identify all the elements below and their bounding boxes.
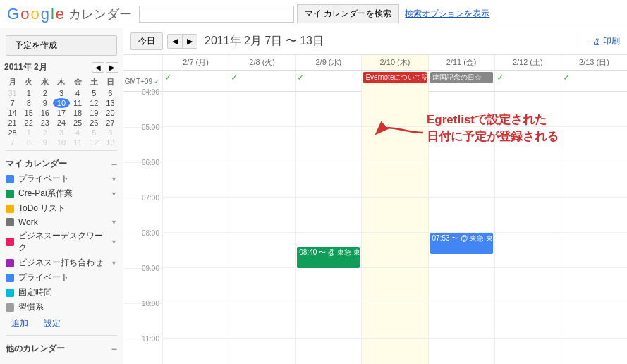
mini-cal-day[interactable]: 12 bbox=[86, 138, 102, 147]
sidebar-divider bbox=[6, 150, 117, 151]
today-button[interactable]: 今日 bbox=[130, 32, 163, 50]
calendar-event[interactable]: 08:40 〜 @ 東急 東横線 bbox=[297, 247, 360, 268]
mini-cal-day[interactable]: 9 bbox=[37, 98, 53, 108]
mini-cal-day[interactable]: 1 bbox=[20, 88, 37, 98]
mini-cal-nav: ◀ ▶ bbox=[92, 62, 118, 73]
mini-cal-day[interactable]: 1 bbox=[20, 128, 37, 138]
calendar-item[interactable]: ビジネスー打ち合わせ▼ bbox=[0, 255, 123, 270]
settings-link[interactable]: 設定 bbox=[38, 316, 66, 331]
mini-cal-day[interactable]: 6 bbox=[102, 88, 118, 98]
print-button[interactable]: 🖨 印刷 bbox=[592, 35, 620, 47]
mini-cal-day[interactable]: 4 bbox=[70, 88, 86, 98]
hour-line bbox=[163, 92, 229, 127]
mini-cal-week-row: 21222324252627 bbox=[4, 118, 118, 128]
search-options-link[interactable]: 検索オプションを表示 bbox=[405, 8, 489, 20]
logo-o2: o bbox=[30, 5, 39, 23]
allday-cell: ✓ bbox=[561, 71, 627, 92]
search-button[interactable]: マイ カレンダーを検索 bbox=[297, 4, 399, 23]
mini-cal-day[interactable]: 2 bbox=[37, 88, 53, 98]
app-name: カレンダー bbox=[68, 6, 132, 23]
search-input[interactable] bbox=[139, 6, 294, 23]
allday-event[interactable]: 建国記念の日☆ bbox=[430, 72, 493, 83]
hour-line bbox=[495, 303, 561, 339]
mini-cal-day[interactable]: 10 bbox=[53, 138, 69, 147]
time-label: 08:00 bbox=[142, 229, 159, 237]
mini-cal-day[interactable]: 11 bbox=[70, 138, 86, 147]
hour-line bbox=[362, 233, 427, 268]
hour-line bbox=[229, 198, 295, 233]
hour-line bbox=[495, 127, 561, 162]
mini-cal-day[interactable]: 5 bbox=[86, 128, 102, 138]
calendar-item[interactable]: ビジネスーデスクワーク▼ bbox=[0, 229, 123, 255]
mini-cal-day[interactable]: 3 bbox=[53, 88, 69, 98]
hour-line bbox=[163, 162, 229, 198]
mini-cal-day[interactable]: 11 bbox=[70, 98, 86, 108]
mini-cal-day[interactable]: 13 bbox=[102, 138, 118, 147]
mini-cal-day[interactable]: 6 bbox=[102, 128, 118, 138]
allday-check-icon: ✓ bbox=[297, 72, 305, 83]
hour-line bbox=[163, 268, 229, 303]
sidebar: 予定を作成 2011年 2月 ◀ ▶ 月火水木金土日 3112345678910… bbox=[0, 28, 123, 364]
mini-cal-day[interactable]: 28 bbox=[4, 128, 20, 138]
mini-cal-day[interactable]: 9 bbox=[37, 138, 53, 147]
hour-line bbox=[296, 268, 361, 303]
next-week-button[interactable]: ▶ bbox=[183, 34, 197, 49]
my-calendars-collapse-icon[interactable]: − bbox=[111, 159, 117, 170]
mini-cal-day[interactable]: 20 bbox=[102, 108, 118, 118]
hour-line bbox=[296, 127, 361, 162]
mini-cal-day[interactable]: 16 bbox=[37, 108, 53, 118]
mini-cal-day[interactable]: 13 bbox=[102, 98, 118, 108]
mini-cal-prev[interactable]: ◀ bbox=[92, 62, 104, 73]
calendar-item[interactable]: Cre-Pai系作業▼ bbox=[0, 186, 123, 201]
mini-cal-day[interactable]: 10 bbox=[53, 98, 69, 108]
time-col-header bbox=[123, 55, 162, 70]
add-calendar-link[interactable]: 追加 bbox=[6, 316, 34, 331]
mini-cal-day[interactable]: 2 bbox=[37, 128, 53, 138]
mini-cal-day[interactable]: 3 bbox=[53, 128, 69, 138]
logo-l: l bbox=[51, 5, 54, 23]
calendar-event[interactable]: 07:53 〜 @ 東急 東横線 bbox=[430, 233, 493, 254]
mini-cal-dow: 日 bbox=[102, 76, 118, 88]
time-column: 04:0005:0006:0007:0008:0009:0010:0011:00 bbox=[123, 92, 162, 364]
mini-cal-day[interactable]: 7 bbox=[4, 98, 20, 108]
mini-cal-day[interactable]: 8 bbox=[20, 98, 37, 108]
calendar-item[interactable]: 固定時間 bbox=[0, 285, 123, 300]
day-col: 08:40 〜 @ 東急 東横線 bbox=[295, 92, 361, 364]
mini-cal-day[interactable]: 8 bbox=[20, 138, 37, 147]
mini-cal-day[interactable]: 26 bbox=[86, 118, 102, 128]
calendar-item[interactable]: プライベート▼ bbox=[0, 171, 123, 186]
mini-cal-day[interactable]: 4 bbox=[70, 128, 86, 138]
mini-cal-day[interactable]: 27 bbox=[102, 118, 118, 128]
mini-cal-day[interactable]: 22 bbox=[20, 118, 37, 128]
mini-cal-day[interactable]: 17 bbox=[53, 108, 69, 118]
hour-line bbox=[429, 268, 494, 303]
mini-cal-day[interactable]: 7 bbox=[4, 138, 20, 147]
mini-cal-day[interactable]: 5 bbox=[86, 88, 102, 98]
allday-event[interactable]: Evernoteについて記事を bbox=[363, 72, 426, 83]
mini-cal-day[interactable]: 24 bbox=[53, 118, 69, 128]
prev-week-button[interactable]: ◀ bbox=[167, 34, 183, 49]
calendar-arrow-icon: ▼ bbox=[111, 238, 117, 245]
hour-line bbox=[429, 339, 494, 364]
mini-cal-day[interactable]: 14 bbox=[4, 108, 20, 118]
mini-cal-day[interactable]: 15 bbox=[20, 108, 37, 118]
create-event-button[interactable]: 予定を作成 bbox=[6, 35, 117, 56]
time-slot-label: 10:00 bbox=[123, 303, 162, 339]
hour-line bbox=[229, 233, 295, 268]
calendar-item[interactable]: 習慣系 bbox=[0, 300, 123, 315]
time-grid: 04:0005:0006:0007:0008:0009:0010:0011:00… bbox=[123, 92, 627, 364]
mini-cal-day[interactable]: 31 bbox=[4, 88, 20, 98]
mini-cal-day[interactable]: 19 bbox=[86, 108, 102, 118]
mini-cal-day[interactable]: 18 bbox=[70, 108, 86, 118]
mini-cal-next[interactable]: ▶ bbox=[106, 62, 118, 73]
calendar-label: Work bbox=[18, 217, 111, 227]
calendar-item[interactable]: ToDo リスト bbox=[0, 201, 123, 216]
mini-cal-day[interactable]: 23 bbox=[37, 118, 53, 128]
mini-cal-day[interactable]: 12 bbox=[86, 98, 102, 108]
calendar-item[interactable]: Work▼ bbox=[0, 216, 123, 229]
mini-cal-day[interactable]: 25 bbox=[70, 118, 86, 128]
other-calendars-collapse-icon[interactable]: − bbox=[111, 344, 117, 355]
calendar-item[interactable]: プライベート bbox=[0, 270, 123, 285]
mini-cal-day[interactable]: 21 bbox=[4, 118, 20, 128]
hour-line bbox=[362, 92, 427, 127]
